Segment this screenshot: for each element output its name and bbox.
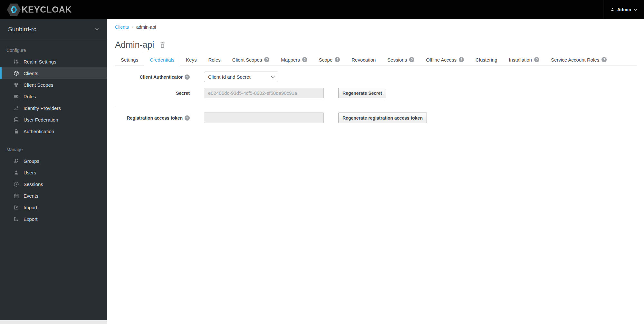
sidebar-item-clients[interactable]: Clients: [0, 67, 107, 79]
import-icon: [14, 205, 19, 210]
sidebar-item-import[interactable]: Import: [0, 201, 107, 213]
user-icon: [610, 7, 615, 12]
tab-label: Offline Access: [426, 54, 457, 65]
sidebar-item-label: Users: [24, 170, 36, 175]
help-icon[interactable]: ?: [185, 74, 190, 80]
sidebar-item-identity-providers[interactable]: Identity Providers: [0, 102, 107, 114]
chevron-down-icon: [634, 9, 637, 11]
tab-scope[interactable]: Scope?: [313, 54, 346, 65]
client-authenticator-label: Client Authenticator ?: [115, 74, 190, 80]
realm-selector[interactable]: Sunbird-rc: [0, 19, 107, 39]
sidebar-item-label: Groups: [24, 158, 39, 164]
sidebar-item-label: Identity Providers: [24, 105, 61, 111]
tab-service-account-roles[interactable]: Service Account Roles?: [545, 54, 612, 65]
calendar-icon: [14, 193, 19, 199]
user-icon: [14, 170, 19, 175]
sidebar-item-client-scopes[interactable]: Client Scopes: [0, 79, 107, 91]
help-icon[interactable]: ?: [185, 115, 190, 121]
tab-roles[interactable]: Roles: [202, 54, 226, 65]
tab-label: Sessions: [387, 54, 407, 65]
sidebar-item-label: Client Scopes: [24, 82, 53, 88]
tab-credentials[interactable]: Credentials: [144, 54, 180, 65]
secret-input[interactable]: [204, 88, 324, 98]
tab-installation[interactable]: Installation?: [503, 54, 545, 65]
sidebar-item-roles[interactable]: Roles: [0, 91, 107, 102]
tab-label: Service Account Roles: [551, 54, 599, 65]
keycloak-logo[interactable]: KEYCLOAK: [6, 0, 72, 19]
tab-mappers[interactable]: Mappers?: [275, 54, 313, 65]
sidebar-item-user-federation[interactable]: User Federation: [0, 114, 107, 125]
help-icon[interactable]: ?: [534, 57, 539, 62]
sidebar-item-label: Roles: [24, 94, 36, 99]
sidebar-nav: ConfigureRealm SettingsClientsClient Sco…: [0, 39, 107, 225]
realm-name: Sunbird-rc: [8, 26, 36, 33]
sidebar-item-groups[interactable]: Groups: [0, 155, 107, 167]
help-icon[interactable]: ?: [335, 57, 340, 62]
sidebar-item-label: Sessions: [24, 182, 43, 187]
tab-client-scopes[interactable]: Client Scopes?: [226, 54, 275, 65]
page-title: Admin-api: [115, 39, 154, 50]
sidebar-item-export[interactable]: Export: [0, 213, 107, 225]
sidebar-item-label: Events: [24, 193, 38, 199]
form-divider: [115, 107, 637, 107]
tab-label: Installation: [509, 54, 532, 65]
user-menu[interactable]: Admin: [603, 0, 644, 19]
regenerate-secret-button[interactable]: Regenerate Secret: [338, 88, 386, 98]
clock-icon: [14, 182, 19, 187]
tab-label: Revocation: [351, 54, 376, 65]
sidebar-item-label: Clients: [24, 71, 38, 76]
keycloak-hexagon-icon: [6, 3, 21, 16]
sidebar-item-events[interactable]: Events: [0, 190, 107, 201]
tab-offline-access[interactable]: Offline Access?: [420, 54, 470, 65]
regenerate-registration-token-button[interactable]: Regenerate registration access token: [338, 113, 427, 123]
sidebar: Sunbird-rc ConfigureRealm SettingsClient…: [0, 19, 107, 320]
help-icon[interactable]: ?: [264, 57, 269, 62]
sidebar-item-sessions[interactable]: Sessions: [0, 178, 107, 190]
database-icon: [14, 117, 19, 123]
help-icon[interactable]: ?: [409, 57, 414, 62]
breadcrumb-clients[interactable]: Clients: [115, 25, 129, 30]
registration-token-input[interactable]: [204, 113, 324, 123]
tab-sessions[interactable]: Sessions?: [381, 54, 420, 65]
tab-settings[interactable]: Settings: [115, 54, 144, 65]
sidebar-item-label: Export: [24, 216, 37, 222]
breadcrumb-separator: ›: [132, 24, 133, 30]
help-icon[interactable]: ?: [459, 57, 464, 62]
tab-revocation[interactable]: Revocation: [346, 54, 381, 65]
roles-icon: [14, 94, 19, 99]
client-authenticator-select[interactable]: Client Id and Secret: [204, 72, 278, 82]
scopes-icon: [14, 82, 19, 88]
chevron-down-icon: [94, 28, 99, 31]
client-authenticator-row: Client Authenticator ? Client Id and Sec…: [115, 72, 637, 82]
sidebar-item-label: User Federation: [24, 117, 58, 123]
main-content: Clients›admin-api Admin-api SettingsCred…: [107, 19, 644, 324]
client-authenticator-value: Client Id and Secret: [208, 74, 251, 80]
tab-keys[interactable]: Keys: [180, 54, 202, 65]
topbar: KEYCLOAK Admin: [0, 0, 644, 19]
tab-label: Credentials: [150, 54, 174, 65]
breadcrumb-admin-api: admin-api: [136, 25, 156, 30]
breadcrumb: Clients›admin-api: [115, 25, 637, 30]
sliders-icon: [14, 59, 19, 64]
tab-label: Keys: [186, 54, 197, 65]
secret-label: Secret: [115, 91, 190, 96]
help-icon[interactable]: ?: [302, 57, 307, 62]
secret-label-text: Secret: [176, 91, 190, 96]
tab-label: Settings: [121, 54, 138, 65]
sidebar-footer-strip: [0, 320, 107, 324]
nav-section-manage: Manage: [0, 145, 107, 155]
tab-label: Clustering: [476, 54, 497, 65]
sidebar-item-realm-settings[interactable]: Realm Settings: [0, 56, 107, 67]
exchange-icon: [14, 105, 19, 111]
credentials-form: Client Authenticator ? Client Id and Sec…: [115, 72, 637, 123]
delete-client-button[interactable]: [159, 42, 166, 48]
cube-icon: [14, 71, 19, 76]
sidebar-item-label: Import: [24, 205, 37, 210]
sidebar-item-authentication[interactable]: Authentication: [0, 125, 107, 137]
tab-clustering[interactable]: Clustering: [470, 54, 503, 65]
sidebar-item-users[interactable]: Users: [0, 167, 107, 178]
sidebar-item-label: Realm Settings: [24, 59, 56, 64]
help-icon[interactable]: ?: [601, 57, 607, 62]
tab-label: Client Scopes: [232, 54, 262, 65]
tab-label: Roles: [208, 54, 220, 65]
